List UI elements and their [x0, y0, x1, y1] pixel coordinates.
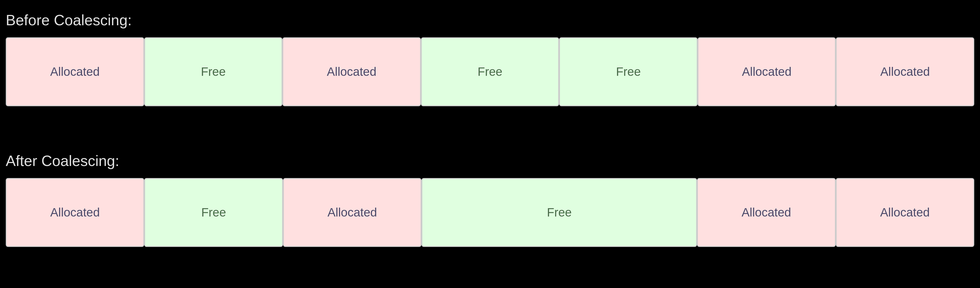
after-block-2: Free [144, 178, 283, 247]
before-memory-row: Allocated Free Allocated Free Free Alloc… [6, 37, 974, 106]
section-divider [6, 123, 974, 146]
after-title: After Coalescing: [6, 152, 974, 170]
after-section: After Coalescing: Allocated Free Allocat… [6, 152, 974, 247]
before-block-4: Free [421, 37, 559, 106]
after-block-6: Allocated [836, 178, 974, 247]
before-section: Before Coalescing: Allocated Free Alloca… [6, 11, 974, 106]
after-block-3: Allocated [283, 178, 422, 247]
after-block-1: Allocated [6, 178, 144, 247]
before-block-1: Allocated [6, 37, 144, 106]
before-block-5: Free [559, 37, 698, 106]
after-memory-row: Allocated Free Allocated Free Allocated … [6, 178, 974, 247]
before-block-3: Allocated [282, 37, 421, 106]
before-title: Before Coalescing: [6, 11, 974, 29]
before-block-6: Allocated [698, 37, 836, 106]
after-block-5: Allocated [697, 178, 835, 247]
after-block-4: Free [422, 178, 697, 247]
before-block-2: Free [144, 37, 283, 106]
before-block-7: Allocated [836, 37, 974, 106]
